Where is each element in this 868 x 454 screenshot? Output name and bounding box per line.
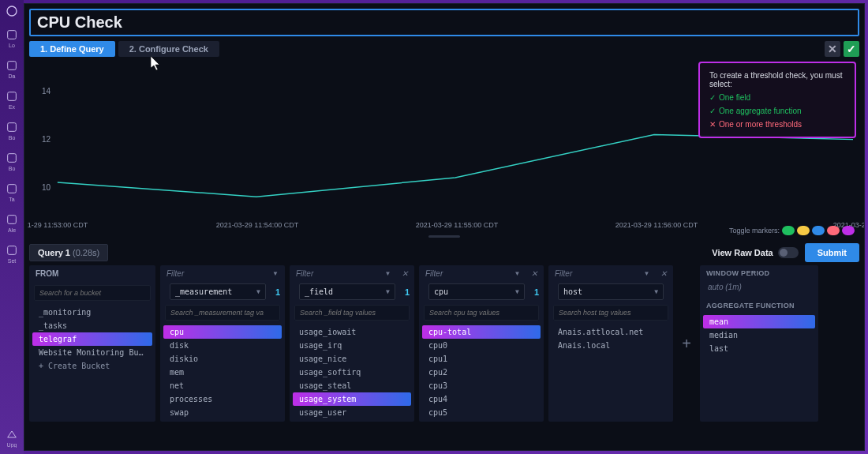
nav-item-check[interactable]: Ex xyxy=(2,90,21,110)
chart: To create a threshold check, you must se… xyxy=(29,62,859,234)
step-tabs: 1. Define Query 2. Configure Check ✕ ✓ xyxy=(24,39,864,62)
check-name-input[interactable] xyxy=(29,9,859,36)
svg-point-0 xyxy=(7,6,17,16)
list-item[interactable]: last xyxy=(703,342,815,355)
nav-item-grid[interactable]: Da xyxy=(2,59,21,79)
filter-key-label: _measurement xyxy=(175,287,232,296)
chevron-down-icon[interactable]: ▼ xyxy=(644,270,650,277)
nav-rail: LoDaExBoBoTaAleSetUpg xyxy=(0,0,24,454)
tip-row: ✕One or more thresholds xyxy=(709,120,845,129)
list-item[interactable]: usage_irq xyxy=(293,339,411,352)
submit-button[interactable]: Submit xyxy=(805,243,859,262)
nav-item-user[interactable]: Lo xyxy=(2,28,21,48)
from-search-input[interactable] xyxy=(34,285,151,301)
list-item[interactable]: disk xyxy=(163,339,282,352)
list-item[interactable]: usage_iowait xyxy=(293,325,411,339)
list-item[interactable]: processes xyxy=(163,392,282,406)
toggle-icon xyxy=(778,247,799,258)
filter-column: Filter▼_measurement▼1cpudiskdiskiomemnet… xyxy=(160,265,285,422)
remove-filter-button[interactable]: ✕ xyxy=(531,269,537,278)
add-filter-button[interactable]: + xyxy=(678,265,695,422)
list-item[interactable]: usage_softirq xyxy=(293,366,411,379)
list-item[interactable]: _monitoring xyxy=(32,306,152,319)
list-item[interactable]: cpu1 xyxy=(422,352,541,366)
filter-search-input[interactable] xyxy=(294,305,410,321)
tab-define-query[interactable]: 1. Define Query xyxy=(29,41,115,57)
check-icon: ✓ xyxy=(847,43,856,55)
list-item[interactable]: cpu3 xyxy=(422,379,541,392)
aggregate-column: WINDOW PERIODauto (1m)AGGREGATE FUNCTION… xyxy=(700,265,818,422)
remove-filter-button[interactable]: ✕ xyxy=(660,269,667,278)
list-item[interactable]: usage_user xyxy=(293,406,411,419)
chevron-down-icon: ▼ xyxy=(256,288,260,295)
list-item[interactable]: Anais.attlocal.net xyxy=(552,325,670,339)
chevron-down-icon[interactable]: ▼ xyxy=(385,270,391,277)
nav-item-clock[interactable]: Ta xyxy=(2,182,21,202)
close-button[interactable]: ✕ xyxy=(825,41,840,57)
list-item[interactable]: cpu5 xyxy=(422,406,541,419)
list-item[interactable]: net xyxy=(163,379,282,392)
check-icon: ✓ xyxy=(709,93,716,102)
list-item[interactable]: usage_steal xyxy=(293,379,411,392)
svg-rect-2 xyxy=(8,62,17,70)
filter-key-select[interactable]: cpu▼ xyxy=(428,283,525,300)
upgrade-button[interactable]: Upg xyxy=(2,428,21,448)
nav-item-bucket[interactable]: Bo xyxy=(2,121,21,141)
filter-search-input[interactable] xyxy=(553,305,668,321)
nav-item-dash[interactable]: Bo xyxy=(2,152,21,171)
query-tab-label: Query 1 xyxy=(38,248,70,257)
nav-item-gear[interactable]: Set xyxy=(2,244,21,264)
chevron-down-icon[interactable]: ▼ xyxy=(514,270,521,277)
list-item[interactable]: Website Monitoring Bucket xyxy=(32,346,152,359)
chevron-down-icon: ▼ xyxy=(515,288,519,295)
list-item[interactable]: + Create Bucket xyxy=(32,359,152,373)
chevron-down-icon[interactable]: ▼ xyxy=(272,270,279,277)
toggle-markers: Toggle markers: xyxy=(729,226,855,235)
list-item[interactable]: swap xyxy=(163,406,282,419)
marker-toggle[interactable] xyxy=(797,226,810,235)
marker-toggle[interactable] xyxy=(812,226,825,235)
filter-key-label: cpu xyxy=(434,287,448,296)
tip-row: ✓One aggregate function xyxy=(709,107,845,115)
list-item[interactable]: diskio xyxy=(163,352,282,366)
list-item[interactable]: median xyxy=(703,328,815,342)
marker-toggle[interactable] xyxy=(827,226,840,235)
list-item[interactable]: mem xyxy=(163,366,282,379)
filter-count: 1 xyxy=(405,287,410,297)
list-item[interactable]: mean xyxy=(703,315,815,328)
aggregate-function-title: AGGREGATE FUNCTION xyxy=(700,298,818,313)
list-item[interactable]: Anais.local xyxy=(552,339,670,352)
query-tab[interactable]: Query 1 (0.28s) xyxy=(29,244,108,261)
filter-key-select[interactable]: host▼ xyxy=(558,283,664,300)
filter-key-select[interactable]: _field▼ xyxy=(299,283,395,300)
confirm-button[interactable]: ✓ xyxy=(844,41,859,57)
list-item[interactable]: cpu2 xyxy=(422,366,541,379)
tab-configure-check[interactable]: 2. Configure Check xyxy=(118,41,219,57)
filter-search-input[interactable] xyxy=(165,305,280,321)
marker-toggle[interactable] xyxy=(842,226,855,235)
window-period-value[interactable]: auto (1m) xyxy=(700,281,818,293)
list-item[interactable]: cpu0 xyxy=(422,339,541,352)
logo[interactable] xyxy=(2,5,21,17)
svg-rect-6 xyxy=(8,185,17,193)
remove-filter-button[interactable]: ✕ xyxy=(402,269,408,278)
filter-title: Filter xyxy=(555,269,572,278)
marker-toggle[interactable] xyxy=(782,226,795,235)
list-item[interactable]: cpu-total xyxy=(422,325,541,339)
svg-rect-8 xyxy=(8,246,17,255)
list-item[interactable]: usage_nice xyxy=(293,352,411,366)
chevron-down-icon: ▼ xyxy=(654,288,658,295)
filter-key-select[interactable]: _measurement▼ xyxy=(170,283,266,300)
filter-search-input[interactable] xyxy=(424,305,539,321)
list-item[interactable]: cpu4 xyxy=(422,392,541,406)
list-item[interactable]: usage_system xyxy=(293,392,411,406)
list-item[interactable]: telegraf xyxy=(32,332,152,346)
list-item[interactable]: _tasks xyxy=(32,319,152,332)
check-icon: ✓ xyxy=(709,107,716,115)
svg-rect-5 xyxy=(8,154,17,163)
tip-text: One aggregate function xyxy=(719,107,802,115)
window-period-title: WINDOW PERIOD xyxy=(700,265,818,281)
view-raw-data-toggle[interactable]: View Raw Data xyxy=(712,247,798,258)
nav-item-bell[interactable]: Ale xyxy=(2,213,21,233)
list-item[interactable]: cpu xyxy=(163,325,282,339)
